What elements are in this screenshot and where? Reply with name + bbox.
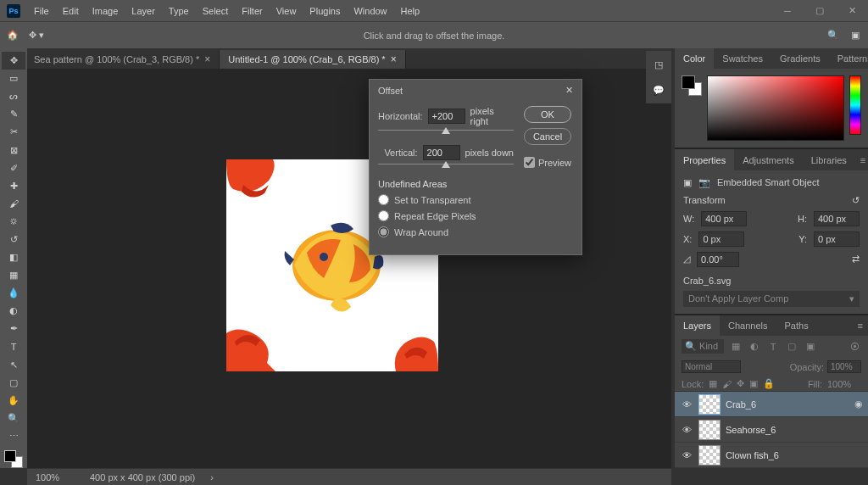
chevron-right-icon[interactable]: ›: [210, 472, 214, 482]
workspace-icon[interactable]: ▣: [851, 30, 860, 41]
layer-name[interactable]: Seahorse_6: [726, 425, 776, 435]
smart-filter-icon[interactable]: ◉: [854, 399, 863, 410]
layer-row[interactable]: 👁 Crab_6 ◉: [675, 392, 868, 417]
blur-tool[interactable]: 💧: [2, 284, 25, 302]
width-field[interactable]: [701, 211, 747, 226]
menu-view[interactable]: View: [270, 0, 303, 21]
minimize-button[interactable]: ─: [771, 0, 804, 21]
tab-gradients[interactable]: Gradients: [771, 48, 829, 69]
flip-horizontal-icon[interactable]: ⇄: [852, 254, 860, 265]
menu-edit[interactable]: Edit: [56, 0, 86, 21]
fill-field[interactable]: 100%: [827, 379, 861, 389]
menu-file[interactable]: File: [27, 0, 56, 21]
visibility-toggle[interactable]: 👁: [680, 425, 693, 435]
layer-comp-dropdown[interactable]: Don't Apply Layer Comp▾: [683, 291, 860, 307]
panel-menu-icon[interactable]: ≡: [853, 321, 868, 331]
angle-field[interactable]: [697, 252, 739, 267]
radio-wrap-around[interactable]: Wrap Around: [378, 226, 514, 237]
lasso-tool[interactable]: ᔕ: [2, 87, 25, 105]
vertical-slider[interactable]: [378, 164, 514, 172]
ok-button[interactable]: OK: [524, 106, 571, 123]
crop-tool[interactable]: ✂: [2, 123, 25, 141]
hand-tool[interactable]: ✋: [2, 392, 25, 410]
layer-row[interactable]: 👁 Seahorse_6: [675, 417, 868, 443]
menu-type[interactable]: Type: [162, 0, 196, 21]
filter-pixel-icon[interactable]: ▦: [729, 341, 743, 352]
tab-libraries[interactable]: Libraries: [803, 149, 855, 170]
color-picker-field[interactable]: [707, 75, 844, 141]
blend-mode-dropdown[interactable]: Normal: [682, 360, 741, 373]
filter-type-icon[interactable]: T: [766, 342, 780, 352]
menu-plugins[interactable]: Plugins: [303, 0, 347, 21]
layer-thumbnail[interactable]: [698, 394, 721, 415]
menu-filter[interactable]: Filter: [235, 0, 269, 21]
maximize-button[interactable]: ▢: [804, 0, 836, 21]
visibility-toggle[interactable]: 👁: [680, 450, 693, 460]
menu-image[interactable]: Image: [86, 0, 125, 21]
type-tool[interactable]: T: [2, 338, 25, 356]
search-icon[interactable]: 🔍: [827, 30, 839, 41]
tab-swatches[interactable]: Swatches: [714, 48, 771, 69]
radio-transparent[interactable]: Set to Transparent: [378, 194, 514, 205]
comments-panel-icon[interactable]: 💬: [648, 80, 669, 100]
x-field[interactable]: [698, 231, 744, 247]
tab-sea-pattern[interactable]: Sea pattern @ 100% (Crab_3, RGB/8) *×: [25, 50, 220, 69]
lock-position-icon[interactable]: ✥: [737, 378, 744, 389]
move-tool[interactable]: ✥: [2, 52, 25, 70]
menu-help[interactable]: Help: [394, 0, 427, 21]
move-tool-options-icon[interactable]: ✥ ▾: [29, 30, 44, 41]
visibility-toggle[interactable]: 👁: [680, 399, 693, 410]
preview-checkbox[interactable]: Preview: [524, 157, 571, 168]
vertical-input[interactable]: [423, 145, 460, 160]
history-panel-icon[interactable]: ◳: [648, 54, 669, 75]
y-field[interactable]: [814, 231, 860, 247]
tab-untitled-1[interactable]: Untitled-1 @ 100% (Crab_6, RGB/8) *×: [220, 50, 405, 69]
color-swatch[interactable]: [4, 450, 23, 468]
tab-color[interactable]: Color: [675, 48, 714, 69]
menu-window[interactable]: Window: [347, 0, 393, 21]
brush-tool[interactable]: 🖌: [2, 195, 25, 213]
clone-stamp-tool[interactable]: ⛭: [2, 213, 25, 231]
lock-artboard-icon[interactable]: ▣: [749, 378, 758, 389]
zoom-level[interactable]: 100%: [36, 472, 75, 482]
tab-adjustments[interactable]: Adjustments: [734, 149, 803, 170]
lock-all-icon[interactable]: 🔒: [763, 378, 775, 389]
lock-pixels-icon[interactable]: 🖌: [722, 379, 732, 389]
eraser-tool[interactable]: ◧: [2, 248, 25, 266]
zoom-tool[interactable]: 🔍: [2, 410, 25, 427]
marquee-tool[interactable]: ▭: [2, 70, 25, 87]
quick-select-tool[interactable]: ✎: [2, 105, 25, 123]
dodge-tool[interactable]: ◐: [2, 302, 25, 320]
close-icon[interactable]: ✕: [565, 85, 573, 96]
rectangle-tool[interactable]: ▢: [2, 374, 25, 392]
horizontal-slider[interactable]: [378, 130, 514, 138]
history-brush-tool[interactable]: ↺: [2, 231, 25, 248]
layer-name[interactable]: Clown fish_6: [726, 450, 779, 460]
radio-repeat-edge[interactable]: Repeat Edge Pixels: [378, 210, 514, 221]
filter-kind-dropdown[interactable]: 🔍 Kind: [682, 339, 724, 354]
gradient-tool[interactable]: ▦: [2, 266, 25, 284]
tab-properties[interactable]: Properties: [675, 149, 734, 170]
layer-thumbnail[interactable]: [698, 445, 721, 465]
close-icon[interactable]: ×: [391, 53, 397, 65]
panel-menu-icon[interactable]: ≡: [855, 155, 868, 165]
menu-layer[interactable]: Layer: [125, 0, 162, 21]
layer-name[interactable]: Crab_6: [726, 399, 756, 410]
opacity-field[interactable]: 100%: [827, 360, 861, 373]
eyedropper-tool[interactable]: ✐: [2, 159, 25, 177]
hue-slider[interactable]: [849, 75, 861, 135]
path-select-tool[interactable]: ↖: [2, 356, 25, 374]
tab-channels[interactable]: Channels: [720, 315, 776, 336]
home-icon[interactable]: 🏠: [7, 30, 19, 41]
close-window-button[interactable]: ✕: [836, 0, 868, 21]
lock-transparent-icon[interactable]: ▦: [709, 378, 717, 389]
frame-tool[interactable]: ⊠: [2, 141, 25, 159]
layer-thumbnail[interactable]: [698, 420, 721, 440]
filter-toggle[interactable]: ⦿: [848, 342, 861, 352]
horizontal-input[interactable]: [428, 109, 465, 124]
menu-select[interactable]: Select: [196, 0, 236, 21]
healing-brush-tool[interactable]: ✚: [2, 177, 25, 195]
pen-tool[interactable]: ✒: [2, 320, 25, 337]
color-swatch-panel[interactable]: [682, 75, 702, 96]
reset-icon[interactable]: ↺: [852, 195, 860, 206]
